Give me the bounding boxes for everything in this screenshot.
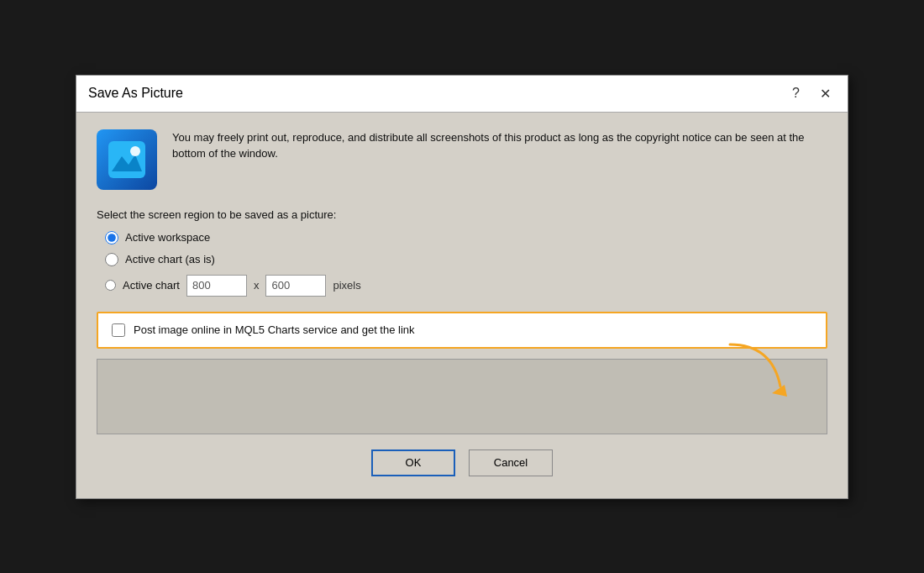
title-bar: Save As Picture ? ✕: [76, 76, 848, 113]
close-button[interactable]: ✕: [815, 84, 836, 103]
svg-point-2: [130, 146, 140, 156]
x-separator: x: [254, 279, 260, 292]
info-text: You may freely print out, reproduce, and…: [172, 129, 827, 162]
height-input[interactable]: [265, 275, 326, 297]
info-row: You may freely print out, reproduce, and…: [97, 129, 827, 190]
app-icon: [97, 129, 157, 190]
radio-active-workspace[interactable]: [105, 231, 118, 244]
label-active-chart[interactable]: Active chart: [123, 279, 180, 292]
radio-row-chart-as-is: Active chart (as is): [105, 253, 827, 266]
preview-area: [97, 359, 827, 434]
cancel-button[interactable]: Cancel: [469, 449, 553, 476]
pixels-label: pixels: [333, 279, 360, 292]
dialog-body: You may freely print out, reproduce, and…: [76, 113, 848, 498]
radio-row-workspace: Active workspace: [105, 231, 827, 244]
section-label: Select the screen region to be saved as …: [97, 208, 827, 221]
dialog-title: Save As Picture: [88, 86, 183, 101]
ok-button[interactable]: OK: [371, 449, 455, 476]
post-image-label[interactable]: Post image online in MQL5 Charts service…: [134, 323, 415, 336]
width-input[interactable]: [186, 275, 247, 297]
radio-active-chart-as-is[interactable]: [105, 253, 118, 266]
help-button[interactable]: ?: [787, 84, 805, 103]
title-bar-left: Save As Picture: [88, 86, 183, 101]
options-group: Active workspace Active chart (as is) Ac…: [105, 231, 827, 297]
label-active-workspace[interactable]: Active workspace: [125, 231, 210, 244]
svg-rect-0: [108, 141, 145, 178]
radio-row-active-chart: Active chart x pixels: [105, 275, 827, 297]
label-active-chart-as-is[interactable]: Active chart (as is): [125, 253, 215, 265]
save-as-picture-dialog: Save As Picture ? ✕ You may freely print…: [76, 75, 848, 499]
radio-active-chart[interactable]: [105, 280, 116, 291]
post-image-checkbox[interactable]: [112, 323, 125, 337]
title-bar-right: ? ✕: [787, 84, 836, 103]
post-image-box: Post image online in MQL5 Charts service…: [97, 312, 827, 349]
button-row: OK Cancel: [97, 449, 827, 481]
